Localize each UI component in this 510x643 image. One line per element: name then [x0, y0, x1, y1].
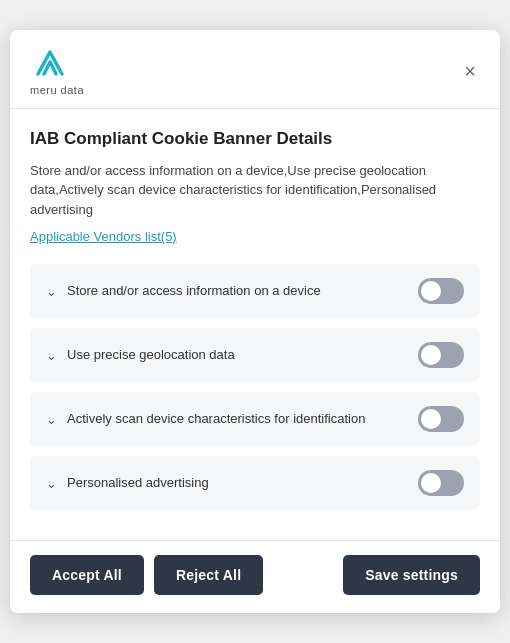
setting-item-geolocation: ⌄ Use precise geolocation data — [30, 328, 480, 382]
vendors-link[interactable]: Applicable Vendors list(5) — [30, 229, 177, 244]
toggle-slider-geolocation — [418, 342, 464, 368]
chevron-down-icon: ⌄ — [46, 476, 57, 491]
logo-icon — [30, 46, 70, 82]
accept-all-button[interactable]: Accept All — [30, 555, 144, 595]
toggle-slider-personalised-ads — [418, 470, 464, 496]
setting-left: ⌄ Use precise geolocation data — [46, 346, 418, 364]
modal-footer: Accept All Reject All Save settings — [10, 540, 500, 613]
toggle-slider-store-access — [418, 278, 464, 304]
chevron-down-icon: ⌄ — [46, 348, 57, 363]
setting-left: ⌄ Personalised advertising — [46, 474, 418, 492]
toggle-personalised-ads[interactable] — [418, 470, 464, 496]
footer-left-buttons: Accept All Reject All — [30, 555, 263, 595]
toggle-scan-device[interactable] — [418, 406, 464, 432]
setting-item-personalised-ads: ⌄ Personalised advertising — [30, 456, 480, 510]
setting-left: ⌄ Store and/or access information on a d… — [46, 282, 418, 300]
toggle-slider-scan-device — [418, 406, 464, 432]
cookie-banner-modal: meru data × IAB Compliant Cookie Banner … — [10, 30, 500, 614]
setting-label-scan-device: Actively scan device characteristics for… — [67, 410, 365, 428]
setting-label-personalised-ads: Personalised advertising — [67, 474, 209, 492]
logo-container: meru data — [30, 46, 84, 96]
toggle-geolocation[interactable] — [418, 342, 464, 368]
modal-description: Store and/or access information on a dev… — [30, 161, 480, 220]
save-settings-button[interactable]: Save settings — [343, 555, 480, 595]
modal-header: meru data × — [10, 30, 500, 109]
reject-all-button[interactable]: Reject All — [154, 555, 263, 595]
chevron-down-icon: ⌄ — [46, 284, 57, 299]
chevron-down-icon: ⌄ — [46, 412, 57, 427]
close-button[interactable]: × — [460, 57, 480, 85]
setting-label-geolocation: Use precise geolocation data — [67, 346, 235, 364]
setting-item-store-access: ⌄ Store and/or access information on a d… — [30, 264, 480, 318]
modal-body: IAB Compliant Cookie Banner Details Stor… — [10, 109, 500, 541]
logo-text: meru data — [30, 84, 84, 96]
settings-list: ⌄ Store and/or access information on a d… — [30, 264, 480, 510]
setting-label-store-access: Store and/or access information on a dev… — [67, 282, 321, 300]
modal-title: IAB Compliant Cookie Banner Details — [30, 129, 480, 149]
setting-left: ⌄ Actively scan device characteristics f… — [46, 410, 418, 428]
toggle-store-access[interactable] — [418, 278, 464, 304]
setting-item-scan-device: ⌄ Actively scan device characteristics f… — [30, 392, 480, 446]
